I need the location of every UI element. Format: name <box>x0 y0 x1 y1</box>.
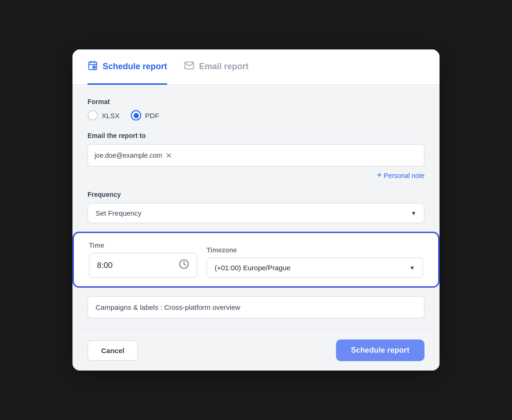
tab-schedule-label: Schedule report <box>103 62 167 72</box>
time-timezone-section: Time 8:00 Timezone (+01:00) Europe/Pragu… <box>72 232 440 288</box>
modal: Schedule report Email report Format XLSX… <box>72 49 440 371</box>
modal-body: Format XLSX PDF Email the report to joe.… <box>72 85 440 330</box>
frequency-section: Frequency Set Frequency ▼ <box>88 191 424 223</box>
timezone-label: Timezone <box>207 246 423 254</box>
timezone-select[interactable]: (+01:00) Europe/Prague ▼ <box>207 258 423 278</box>
frequency-label: Frequency <box>88 191 424 198</box>
schedule-icon <box>88 60 98 73</box>
time-label: Time <box>89 242 197 249</box>
time-value: 8:00 <box>97 261 112 270</box>
personal-note-label: Personal note <box>384 172 424 179</box>
email-tag: joe.doe@example.com ✕ <box>95 151 172 160</box>
report-name-value: Campaigns & labels : Cross-platform over… <box>96 303 240 311</box>
format-label: Format <box>88 98 424 105</box>
frequency-placeholder: Set Frequency <box>96 209 142 217</box>
format-xlsx-radio[interactable] <box>88 110 98 121</box>
email-tag-value: joe.doe@example.com <box>95 152 162 159</box>
clock-icon <box>179 259 189 272</box>
email-section: Email the report to joe.doe@example.com … <box>88 132 424 167</box>
format-pdf-label: PDF <box>145 112 159 120</box>
cancel-button[interactable]: Cancel <box>88 340 138 361</box>
timezone-value: (+01:00) Europe/Prague <box>215 264 290 272</box>
report-name-box[interactable]: Campaigns & labels : Cross-platform over… <box>88 296 424 318</box>
email-tag-close[interactable]: ✕ <box>166 151 172 160</box>
tab-schedule[interactable]: Schedule report <box>88 50 167 85</box>
modal-footer: Cancel Schedule report <box>72 330 440 371</box>
email-input-box[interactable]: joe.doe@example.com ✕ <box>88 144 424 167</box>
frequency-arrow-icon: ▼ <box>411 210 416 217</box>
email-tab-icon <box>184 60 194 73</box>
tab-email[interactable]: Email report <box>184 50 248 85</box>
email-section-label: Email the report to <box>88 132 424 139</box>
format-pdf-option[interactable]: PDF <box>131 110 159 121</box>
svg-rect-0 <box>89 62 97 70</box>
report-name-section: Campaigns & labels : Cross-platform over… <box>88 288 424 330</box>
plus-icon: + <box>377 170 382 180</box>
format-xlsx-option[interactable]: XLSX <box>88 110 120 121</box>
format-radio-group: XLSX PDF <box>88 110 424 121</box>
frequency-select[interactable]: Set Frequency ▼ <box>88 203 424 223</box>
schedule-report-button[interactable]: Schedule report <box>336 339 424 361</box>
personal-note-link[interactable]: + Personal note <box>88 170 424 180</box>
tab-email-label: Email report <box>199 62 248 72</box>
format-pdf-radio[interactable] <box>131 110 141 121</box>
tabs-bar: Schedule report Email report <box>72 49 440 85</box>
timezone-arrow-icon: ▼ <box>409 265 415 271</box>
format-xlsx-label: XLSX <box>102 112 120 120</box>
time-block: Time 8:00 <box>89 242 197 278</box>
time-input[interactable]: 8:00 <box>89 253 197 278</box>
timezone-block: Timezone (+01:00) Europe/Prague ▼ <box>207 246 423 278</box>
